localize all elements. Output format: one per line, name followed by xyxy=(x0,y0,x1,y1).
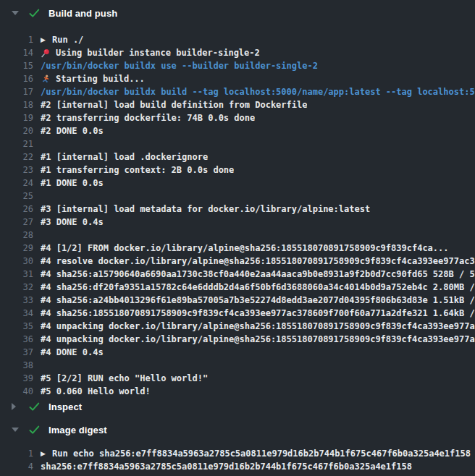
log-section-inspect: Inspect xyxy=(0,399,475,414)
section-header-build-and-push[interactable]: Build and push xyxy=(0,6,475,20)
line-number[interactable]: 34 xyxy=(0,307,33,320)
expand-arrow-icon[interactable]: ▶ xyxy=(41,447,52,460)
line-text: #4 resolve docker.io/library/alpine@sha2… xyxy=(41,255,475,268)
log-line: 22 #1 [internal] load .dockerignore xyxy=(0,150,475,163)
log-section-build-and-push: Build and push 1 ▶Run ./ 14 Using builde… xyxy=(0,0,475,398)
check-success-icon xyxy=(29,9,40,18)
log-line: 21 xyxy=(0,137,475,150)
log-line: 31 #4 sha256:a15790640a6690aa1730c38cf0a… xyxy=(0,268,475,281)
log-line: 25 xyxy=(0,190,475,203)
log-line: 14 Using builder instance builder-single… xyxy=(0,46,475,59)
section-title: Build and push xyxy=(49,8,117,19)
line-text: #4 sha256:a24bb4013296f61e89ba57005a7b3e… xyxy=(41,294,475,307)
line-text: #4 sha256:185518070891758909c9f839cf4ca3… xyxy=(41,307,475,320)
line-text: sha256:e7ff8834a5963a2785c5a0811e979d16b… xyxy=(41,460,412,473)
log-line: 17 /usr/bin/docker buildx build --tag lo… xyxy=(0,85,475,98)
line-number[interactable]: 14 xyxy=(0,46,33,59)
log-line: 24 #1 DONE 0.0s xyxy=(0,177,475,190)
line-number[interactable]: 28 xyxy=(0,229,33,242)
line-number[interactable]: 27 xyxy=(0,216,33,229)
check-success-icon xyxy=(29,402,40,412)
line-number[interactable]: 18 xyxy=(0,98,33,111)
workflow-log-viewer: Build and push 1 ▶Run ./ 14 Using builde… xyxy=(0,0,475,476)
line-number[interactable]: 32 xyxy=(0,281,33,294)
log-lines: 1 ▶Run echo sha256:e7ff8834a5963a2785c5a… xyxy=(0,447,475,473)
log-line[interactable]: 1 ▶Run echo sha256:e7ff8834a5963a2785c5a… xyxy=(0,447,475,460)
log-line: 40 #5 0.060 Hello world! xyxy=(0,385,475,398)
line-number[interactable]: 1 xyxy=(0,33,33,46)
log-line: 20 #2 DONE 0.0s xyxy=(0,124,475,137)
pushpin-icon xyxy=(41,48,50,58)
caret-right-icon xyxy=(12,403,23,410)
line-number[interactable]: 26 xyxy=(0,203,33,216)
line-text: #2 [internal] load build definition from… xyxy=(41,98,307,111)
line-number[interactable]: 38 xyxy=(0,359,33,372)
line-text: #3 DONE 0.4s xyxy=(41,216,104,229)
line-number[interactable]: 30 xyxy=(0,255,33,268)
line-number[interactable]: 39 xyxy=(0,372,33,385)
log-line: 36 #4 unpacking docker.io/library/alpine… xyxy=(0,333,475,346)
line-number[interactable]: 23 xyxy=(0,163,33,177)
expand-arrow-icon[interactable]: ▶ xyxy=(41,33,52,46)
log-line: 39 #5 [2/2] RUN echo "Hello world!" xyxy=(0,372,475,385)
log-line: 32 #4 sha256:df20fa9351a15782c64e6dddb2d… xyxy=(0,281,475,294)
log-line: 33 #4 sha256:a24bb4013296f61e89ba57005a7… xyxy=(0,294,475,307)
log-section-image-digest: Image digest 1 ▶Run echo sha256:e7ff8834… xyxy=(0,422,475,473)
line-text: Starting build... xyxy=(56,72,145,85)
log-line: 15 /usr/bin/docker buildx use --builder … xyxy=(0,59,475,72)
log-line: 27 #3 DONE 0.4s xyxy=(0,216,475,229)
log-line: 23 #1 transferring context: 2B 0.0s done xyxy=(0,163,475,177)
line-number[interactable]: 31 xyxy=(0,268,33,281)
line-number[interactable]: 37 xyxy=(0,346,33,359)
line-number[interactable]: 22 xyxy=(0,150,33,163)
log-line: 18 #2 [internal] load build definition f… xyxy=(0,98,475,111)
log-line[interactable]: 1 ▶Run ./ xyxy=(0,33,475,46)
check-success-icon xyxy=(29,425,40,435)
runner-icon xyxy=(41,75,50,84)
line-number[interactable]: 16 xyxy=(0,72,33,85)
line-number[interactable]: 21 xyxy=(0,137,33,150)
caret-down-icon xyxy=(12,428,23,432)
line-number[interactable]: 25 xyxy=(0,190,33,203)
line-text: #5 [2/2] RUN echo "Hello world!" xyxy=(41,372,208,385)
line-number[interactable]: 40 xyxy=(0,385,33,398)
line-number[interactable]: 33 xyxy=(0,294,33,307)
line-text: #1 [internal] load .dockerignore xyxy=(41,150,208,163)
log-line: 37 #4 DONE 0.4s xyxy=(0,346,475,359)
line-text: #4 [1/2] FROM docker.io/library/alpine@s… xyxy=(41,242,449,255)
log-line: 19 #2 transferring dockerfile: 74B 0.0s … xyxy=(0,111,475,124)
line-number[interactable]: 20 xyxy=(0,124,33,137)
section-header-image-digest[interactable]: Image digest xyxy=(0,422,475,437)
log-line: 34 #4 sha256:185518070891758909c9f839cf4… xyxy=(0,307,475,320)
line-number[interactable]: 1 xyxy=(0,447,33,460)
line-text: #2 DONE 0.0s xyxy=(41,124,104,137)
line-text: #4 unpacking docker.io/library/alpine@sh… xyxy=(41,333,475,346)
section-header-inspect[interactable]: Inspect xyxy=(0,399,475,414)
line-number[interactable]: 36 xyxy=(0,333,33,346)
section-title: Inspect xyxy=(49,401,82,412)
section-title: Image digest xyxy=(49,425,107,435)
line-number[interactable]: 15 xyxy=(0,59,33,72)
line-text: #3 [internal] load metadata for docker.i… xyxy=(41,203,370,216)
log-line: 38 xyxy=(0,359,475,372)
log-line: 35 #4 unpacking docker.io/library/alpine… xyxy=(0,320,475,333)
line-text: Run ./ xyxy=(52,33,83,46)
line-number[interactable]: 29 xyxy=(0,242,33,255)
line-text: #4 sha256:a15790640a6690aa1730c38cf0a440… xyxy=(41,268,475,281)
line-text: Run echo sha256:e7ff8834a5963a2785c5a081… xyxy=(52,447,471,460)
line-number[interactable]: 17 xyxy=(0,85,33,98)
log-line: 4 sha256:e7ff8834a5963a2785c5a0811e979d1… xyxy=(0,460,475,473)
log-line: 16 Starting build... xyxy=(0,72,475,85)
log-line: 28 xyxy=(0,229,475,242)
line-text: #4 unpacking docker.io/library/alpine@sh… xyxy=(41,320,475,333)
line-text: #1 DONE 0.0s xyxy=(41,177,104,190)
line-number[interactable]: 19 xyxy=(0,111,33,124)
line-number[interactable]: 4 xyxy=(0,460,33,473)
line-text: #4 sha256:df20fa9351a15782c64e6dddb2d4a6… xyxy=(41,281,475,294)
line-number[interactable]: 35 xyxy=(0,320,33,333)
log-line: 26 #3 [internal] load metadata for docke… xyxy=(0,203,475,216)
line-number[interactable]: 24 xyxy=(0,177,33,190)
log-line: 29 #4 [1/2] FROM docker.io/library/alpin… xyxy=(0,242,475,255)
log-line: 30 #4 resolve docker.io/library/alpine@s… xyxy=(0,255,475,268)
line-text: /usr/bin/docker buildx use --builder bui… xyxy=(41,59,318,72)
